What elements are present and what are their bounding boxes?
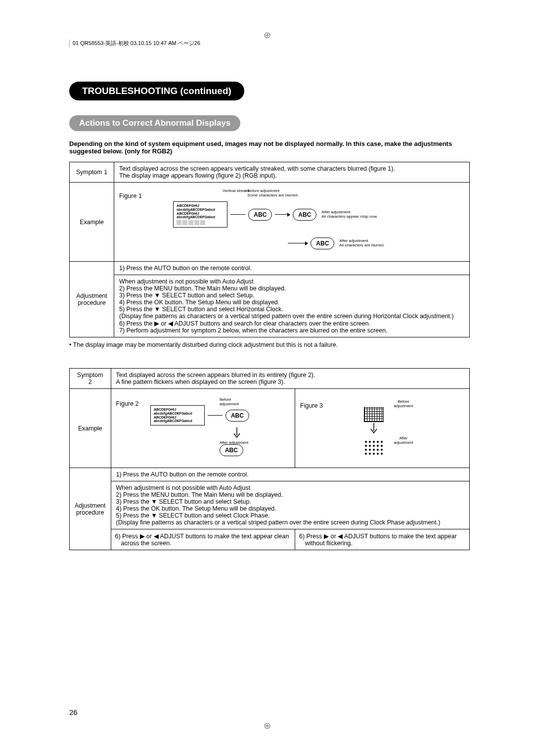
figure1-label: Figure 1 xyxy=(119,192,142,199)
figure2-cell: Figure 2 Before adjustment ABCDEFGHIJ ab… xyxy=(111,389,295,468)
fig1-before-note: Before adjustment Some characters are bl… xyxy=(247,189,299,197)
page-content: 01 QR58553-英語-初校 03.10.15 10:47 AM ページ26… xyxy=(0,0,534,584)
fig3-before: Before adjustment xyxy=(394,399,413,408)
fig1-after-blur: After adjustment All characters are blur… xyxy=(339,239,385,248)
fig1-abc-blur: ABC xyxy=(311,237,334,249)
register-mark-bottom: ⊕ xyxy=(264,720,271,731)
fig1-abc-crisp: ABC xyxy=(293,209,316,221)
symptom1-figure-cell: Figure 1 Vertical streaks Before adjustm… xyxy=(114,183,470,262)
down-arrow-icon xyxy=(224,427,249,439)
page-subtitle: Actions to Correct Abnormal Displays xyxy=(69,115,240,131)
figure3-label: Figure 3 xyxy=(300,402,323,409)
fig1-textbox: ABCDEFGHIJ abcdefgABCDEFGabcd ABCDEFGHIJ… xyxy=(173,201,227,228)
figure3-cell: Figure 3 Before adjustment After adjustm… xyxy=(295,389,470,468)
fig2-abc-after: ABC xyxy=(220,444,243,456)
fig2-before: Before adjustment xyxy=(220,397,249,406)
symptom2-step1: 1) Press the AUTO button on the remote c… xyxy=(111,468,469,481)
figure2-label: Figure 2 xyxy=(116,400,139,407)
symptom2-steps: When adjustment is not possible with Aut… xyxy=(111,481,469,529)
fig3-after: After adjustment xyxy=(394,436,413,445)
note1: • The display image may be momentarily d… xyxy=(69,341,470,348)
symptom2-label: Symptom 2 xyxy=(70,369,111,389)
symptom2-example-label: Example xyxy=(70,389,111,468)
symptom1-adj-label: Adjustment procedure xyxy=(70,262,114,337)
down-arrow-icon xyxy=(364,423,384,435)
symptom2-adj-label: Adjustment procedure xyxy=(70,468,111,550)
fig1-abc-before: ABC xyxy=(248,209,272,221)
page-number: 26 xyxy=(69,708,78,716)
fig2-after: After adjustment xyxy=(220,440,248,445)
symptom1-table: Symptom 1 Text displayed across the scre… xyxy=(69,162,470,337)
intro-text: Depending on the kind of system equipmen… xyxy=(69,140,470,155)
symptom1-step1: 1) Press the AUTO button on the remote c… xyxy=(114,262,470,275)
symptom1-text: Text displayed across the screen appears… xyxy=(114,162,470,183)
symptom2-text: Text displayed across the screen appears… xyxy=(111,369,469,389)
fig2-abc-before: ABC xyxy=(225,410,249,422)
fig1-vstreaks-note: Vertical streaks xyxy=(222,189,249,193)
fig1-after-crisp: After adjustment All characters appear c… xyxy=(321,210,377,219)
register-mark-top: ⊕ xyxy=(264,30,271,41)
symptom2-table: Symptom 2 Text displayed across the scre… xyxy=(69,368,470,550)
fig3-grid-after xyxy=(364,440,384,455)
symptom2-step6b: 6) Press ▶ or ◀ ADJUST buttons to make t… xyxy=(295,529,470,550)
symptom2-step6a: 6) Press ▶ or ◀ ADJUST buttons to make t… xyxy=(111,529,295,550)
symptom1-example-label: Example xyxy=(70,183,114,262)
page-header: 01 QR58553-英語-初校 03.10.15 10:47 AM ページ26 xyxy=(69,40,470,47)
symptom1-label: Symptom 1 xyxy=(70,162,114,183)
fig3-grid-before xyxy=(364,407,384,422)
page-title: TROUBLESHOOTING (continued) xyxy=(69,82,244,100)
symptom1-steps: When adjustment is not possible with Aut… xyxy=(114,275,470,337)
fig2-textbox: ABCDEFGHIJ abcdefgABCDEFGabcd ABCDEFGHIJ… xyxy=(150,405,205,425)
